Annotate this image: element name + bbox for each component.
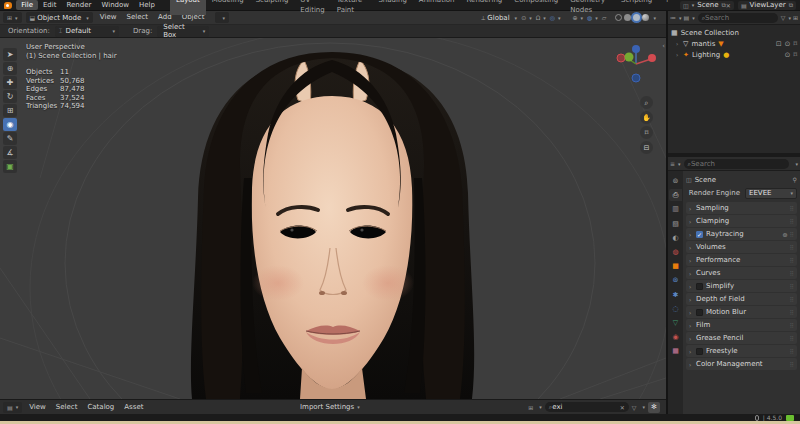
raytracing-checkbox[interactable]: ✓ [696,231,703,238]
simplify-checkbox[interactable] [696,283,703,290]
camera-visibility-icon[interactable]: ⌑ [793,51,797,59]
panel-raytracing[interactable]: › ✓ Raytracing ⊛ ⠿ [686,228,797,240]
show-overlays-toggle[interactable]: ◍ ▾ [585,14,600,21]
editor-type-selector[interactable]: ⊞ ▾ [3,12,22,23]
tab-particles[interactable]: ✱ [669,289,682,301]
pin-icon[interactable]: ⚲ [793,176,797,183]
panel-volumes[interactable]: › Volumes ⠿ [686,241,797,253]
menu-file[interactable]: File [16,0,38,10]
asset-menu-asset[interactable]: Asset [119,400,148,414]
outliner-display-mode-icon[interactable]: ▤ [684,14,690,21]
panel-clamping[interactable]: › Clamping ⠿ [686,215,797,227]
panel-freestyle[interactable]: › Freestyle ⠿ [686,345,797,357]
display-size-icon[interactable]: ⊞ [528,404,533,411]
new-collection-icon[interactable]: ⊞ [793,14,798,21]
tab-tool[interactable]: ⊚ [669,175,682,187]
menu-view[interactable]: View [95,11,122,24]
tab-scene[interactable]: ◐ [669,232,682,244]
tab-object-data[interactable]: ▽ [669,317,682,329]
gear-icon[interactable]: ✻ [648,402,660,413]
panel-performance[interactable]: › Performance ⠿ [686,254,797,266]
outliner-row-scene-collection[interactable]: ▦ Scene Collection [668,27,800,38]
scene-selector[interactable]: ◫ ▾ Scene ⧉ ✕ [680,1,734,10]
tab-texture-paint[interactable]: Texture Paint [331,0,373,15]
asset-menu-view[interactable]: View [24,400,51,414]
asset-search[interactable]: ⌕ ✕ [545,402,629,412]
orientation-setting-dropdown[interactable]: ⌶ Default ▾ [55,26,119,37]
shading-rendered-button[interactable] [642,14,649,21]
panel-film[interactable]: › Film ⠿ [686,319,797,331]
motion-blur-checkbox[interactable] [696,309,703,316]
tool-transform[interactable]: ◉ [3,118,17,131]
menu-window[interactable]: Window [96,0,134,10]
render-engine-dropdown[interactable]: EEVEE ▾ [745,188,797,199]
panel-simplify[interactable]: › Simplify ⠿ [686,280,797,292]
tab-geometry-nodes[interactable]: Geometry Nodes [564,0,615,15]
shading-wireframe-button[interactable] [615,14,622,21]
tool-move[interactable]: ✚ [3,76,17,89]
sidebar-collapse-icon[interactable]: ‹ [662,42,665,50]
viewlayer-selector[interactable]: ▤ ViewLayer ⧉ [738,1,796,10]
camera-view-button[interactable]: ⌑ [640,126,653,139]
eye-icon[interactable]: ⊙ [785,40,791,48]
tab-sculpting[interactable]: Sculpting [250,0,295,15]
tool-scale[interactable]: ⊞ [3,104,17,117]
expand-icon[interactable]: › [676,40,683,47]
outliner-row-lighting[interactable]: › ✦ Lighting ● ⊙ ⌑ [668,49,800,60]
pan-hand-button[interactable]: ✋ [640,111,653,124]
panel-sampling[interactable]: › Sampling ⠿ [686,202,797,214]
tab-render[interactable]: ⎙ [669,189,682,201]
tool-select-box[interactable]: ➤ [3,48,17,61]
panel-grease-pencil[interactable]: › Grease Pencil ⠿ [686,332,797,344]
tool-annotate[interactable]: ✎ [3,132,17,145]
perspective-toggle-button[interactable]: ⊟ [640,141,653,154]
panel-curves[interactable]: › Curves ⠿ [686,267,797,279]
menu-render[interactable]: Render [62,0,97,10]
panel-divider[interactable] [668,153,800,157]
render-visibility-icon[interactable]: ⊡ [776,40,782,48]
drag-setting-dropdown[interactable]: Select Box ▾ [157,26,209,37]
raytracing-options-icon[interactable]: ⊛ [783,231,788,238]
panel-depth-of-field[interactable]: › Depth of Field ⠿ [686,293,797,305]
asset-editor-type-selector[interactable]: ▤ ▾ [3,402,22,413]
tab-world[interactable]: ◍ [669,246,682,258]
tab-modeling[interactable]: Modeling [206,0,250,15]
outliner-search-input[interactable] [705,14,774,22]
pivot-point-dropdown[interactable]: ⊙ ▾ [519,14,534,21]
tab-compositing[interactable]: Compositing [508,0,564,15]
properties-search[interactable]: ⌕ [684,159,790,169]
outliner-search[interactable]: ⌕ [698,13,778,23]
filter-icon[interactable]: ▽ [781,14,786,21]
properties-editor-icon[interactable]: ≡ [670,160,675,167]
tab-view-layer[interactable]: ▧ [669,218,682,230]
tab-layout[interactable]: Layout [170,0,206,15]
menu-help[interactable]: Help [134,0,160,10]
viewport-axis-gizmo[interactable] [614,44,658,86]
tab-texture[interactable]: ▦ [669,345,682,357]
shading-solid-button[interactable] [624,14,631,21]
tool-measure[interactable]: ∡ [3,146,17,159]
tab-shading[interactable]: Shading [372,0,412,15]
properties-options-icon[interactable]: ▾ [795,161,798,167]
blender-logo-icon[interactable] [4,2,12,9]
properties-search-input[interactable] [691,160,786,168]
shading-material-button[interactable] [633,14,640,21]
outliner-row-mantis[interactable]: › ▽ mantis ▼ ⊡ ⊙ ⌑ [668,38,800,49]
tab-uv-editing[interactable]: UV Editing [294,0,330,15]
menu-select[interactable]: Select [121,11,153,24]
new-viewlayer-icon[interactable]: ⧉ [789,1,793,9]
freestyle-checkbox[interactable] [696,348,703,355]
add-workspace-button[interactable]: + [658,0,676,15]
unlink-scene-icon[interactable]: ✕ [726,2,731,9]
import-settings-dropdown[interactable]: Import Settings ▾ [300,403,360,411]
tab-animation[interactable]: Animation [413,0,461,15]
xray-toggle[interactable]: ▱ [600,14,609,21]
extensions-update-icon[interactable] [786,415,794,421]
panel-color-management[interactable]: › Color Management ⠿ [686,358,797,370]
3d-viewport[interactable]: User Perspective (1) Scene Collection | … [0,38,666,399]
tool-add-cube[interactable]: ▣ [3,160,17,173]
tab-object[interactable]: ■ [669,260,682,272]
tab-material[interactable]: ◉ [669,331,682,343]
tab-scripting[interactable]: Scripting [615,0,658,15]
expand-icon[interactable]: › [676,51,683,58]
